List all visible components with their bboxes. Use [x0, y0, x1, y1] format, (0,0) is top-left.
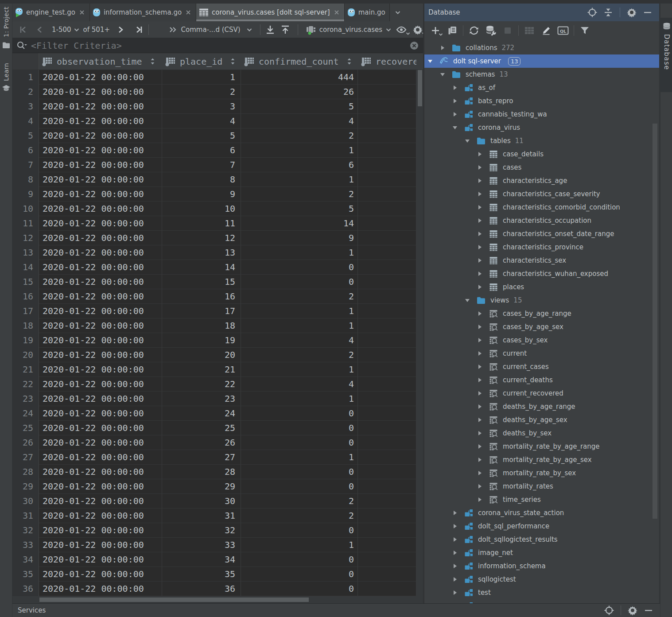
cell-confirmed_count[interactable]: 1	[241, 245, 358, 260]
chevron-collapsed-icon[interactable]	[476, 390, 483, 396]
page-size-selector[interactable]: 1-500	[52, 26, 80, 34]
chevron-expanded-icon[interactable]	[439, 71, 446, 78]
cell-confirmed_count[interactable]: 4	[241, 377, 358, 392]
add-data-source-button[interactable]	[429, 24, 442, 37]
chevron-collapsed-icon[interactable]	[476, 244, 483, 250]
cell-place_id[interactable]: 2	[162, 85, 241, 99]
cell-place_id[interactable]: 12	[162, 231, 241, 245]
chevron-collapsed-icon[interactable]	[476, 337, 483, 343]
cell-place_id[interactable]: 34	[162, 552, 241, 567]
cell-observation_time[interactable]: 2020-01-22 00:00:00	[39, 450, 162, 465]
cell-confirmed_count[interactable]: 0	[241, 435, 358, 450]
tree-item-places[interactable]: places	[424, 280, 659, 294]
cell-recovered[interactable]	[358, 304, 416, 318]
hidden-actions-icon[interactable]	[167, 23, 178, 36]
tree-item-test[interactable]: test	[424, 586, 659, 599]
sort-icon[interactable]	[150, 58, 155, 65]
close-icon[interactable]	[185, 9, 192, 16]
cell-recovered[interactable]	[358, 567, 416, 582]
filter-criteria-input[interactable]: <Filter Criteria>	[31, 40, 122, 51]
cell-recovered[interactable]	[358, 187, 416, 202]
chevron-collapsed-icon[interactable]	[476, 204, 483, 210]
sort-icon[interactable]	[230, 58, 235, 65]
query-console-icon[interactable]: QL	[556, 24, 570, 37]
cell-recovered[interactable]	[358, 362, 416, 377]
chevron-collapsed-icon[interactable]	[476, 457, 483, 463]
chevron-collapsed-icon[interactable]	[451, 523, 458, 529]
cell-observation_time[interactable]: 2020-01-22 00:00:00	[39, 289, 162, 304]
cell-recovered[interactable]	[358, 479, 416, 494]
cell-confirmed_count[interactable]: 1	[241, 143, 358, 158]
cell-confirmed_count[interactable]: 26	[241, 85, 358, 99]
chevron-collapsed-icon[interactable]	[476, 377, 483, 383]
cell-observation_time[interactable]: 2020-01-22 00:00:00	[39, 392, 162, 406]
cell-confirmed_count[interactable]: 0	[241, 552, 358, 567]
chevron-collapsed-icon[interactable]	[476, 310, 483, 317]
tree-item-cannabis_testing_wa[interactable]: cannabis_testing_wa	[424, 108, 659, 121]
chevron-expanded-icon[interactable]	[464, 297, 471, 303]
sidebar-button-project[interactable]: 1: Project	[0, 7, 12, 49]
cell-recovered[interactable]	[358, 275, 416, 289]
tree-item-sqllogictest[interactable]: sqllogictest	[424, 573, 659, 586]
cell-place_id[interactable]: 29	[162, 479, 241, 494]
tree-item-characteristics_wuhan_exposed[interactable]: characteristics_wuhan_exposed	[424, 267, 659, 280]
tree-item-case_details[interactable]: case_details	[424, 147, 659, 161]
cell-recovered[interactable]	[358, 99, 416, 114]
tree-item-mortality_rate_by_age_sex[interactable]: mortality_rate_by_age_sex	[424, 453, 659, 466]
cell-recovered[interactable]	[358, 421, 416, 435]
cell-confirmed_count[interactable]: 5	[241, 202, 358, 216]
tree-item-cases_by_age_range[interactable]: cases_by_age_range	[424, 307, 659, 320]
cell-place_id[interactable]: 1	[162, 70, 241, 85]
cell-confirmed_count[interactable]: 0	[241, 465, 358, 479]
tree-item-time_series[interactable]: time_series	[424, 493, 659, 506]
cell-confirmed_count[interactable]: 1	[241, 304, 358, 318]
cell-observation_time[interactable]: 2020-01-22 00:00:00	[39, 275, 162, 289]
tree-item-mortality_rate_by_age_range[interactable]: mortality_rate_by_age_range	[424, 440, 659, 453]
cell-place_id[interactable]: 9	[162, 187, 241, 202]
tree-item-characteristics_onset_date_range[interactable]: characteristics_onset_date_range	[424, 227, 659, 241]
cell-recovered[interactable]	[358, 143, 416, 158]
table-selector[interactable]: corona_virus.cases	[305, 24, 392, 35]
cell-observation_time[interactable]: 2020-01-22 00:00:00	[39, 70, 162, 85]
tree-item-dolt_sql_performance[interactable]: dolt_sql_performance	[424, 520, 659, 533]
cell-recovered[interactable]	[358, 172, 416, 187]
cell-confirmed_count[interactable]: 1	[241, 362, 358, 377]
gear-icon[interactable]	[626, 7, 637, 18]
tree-item-image_net[interactable]: image_net	[424, 546, 659, 559]
chevron-collapsed-icon[interactable]	[476, 430, 483, 436]
cell-confirmed_count[interactable]: 2	[241, 494, 358, 508]
chevron-collapsed-icon[interactable]	[451, 550, 458, 556]
tree-item-characteristics_occupation[interactable]: characteristics_occupation	[424, 214, 659, 227]
cell-recovered[interactable]	[358, 85, 416, 99]
cell-confirmed_count[interactable]: 0	[241, 275, 358, 289]
cell-place_id[interactable]: 27	[162, 450, 241, 465]
chevron-collapsed-icon[interactable]	[451, 510, 458, 516]
duplicate-icon[interactable]	[446, 24, 459, 37]
locate-icon[interactable]	[604, 605, 614, 616]
tree-item-corona_virus_state_action[interactable]: corona_virus_state_action	[424, 506, 659, 520]
cell-place_id[interactable]: 14	[162, 260, 241, 275]
chevron-collapsed-icon[interactable]	[451, 111, 458, 117]
clear-filter-icon[interactable]	[409, 41, 419, 50]
cell-observation_time[interactable]: 2020-01-22 00:00:00	[39, 552, 162, 567]
minimize-icon[interactable]	[643, 605, 654, 616]
scrollbar-thumb[interactable]	[39, 598, 309, 602]
chevron-collapsed-icon[interactable]	[451, 563, 458, 569]
cell-recovered[interactable]	[358, 245, 416, 260]
chevron-collapsed-icon[interactable]	[439, 45, 446, 51]
cell-confirmed_count[interactable]: 0	[241, 406, 358, 421]
cell-observation_time[interactable]: 2020-01-22 00:00:00	[39, 304, 162, 318]
cell-place_id[interactable]: 16	[162, 289, 241, 304]
column-header-place_id[interactable]: place_id	[162, 53, 241, 70]
cell-confirmed_count[interactable]: 6	[241, 158, 358, 172]
cell-place_id[interactable]: 13	[162, 245, 241, 260]
cell-observation_time[interactable]: 2020-01-22 00:00:00	[39, 318, 162, 333]
cell-recovered[interactable]	[358, 494, 416, 508]
cell-place_id[interactable]: 26	[162, 435, 241, 450]
close-icon[interactable]	[78, 9, 85, 16]
chevron-collapsed-icon[interactable]	[476, 151, 483, 157]
cell-confirmed_count[interactable]: 0	[241, 567, 358, 582]
refresh-icon[interactable]	[467, 24, 481, 37]
close-icon[interactable]	[333, 9, 340, 16]
cell-observation_time[interactable]: 2020-01-22 00:00:00	[39, 494, 162, 508]
